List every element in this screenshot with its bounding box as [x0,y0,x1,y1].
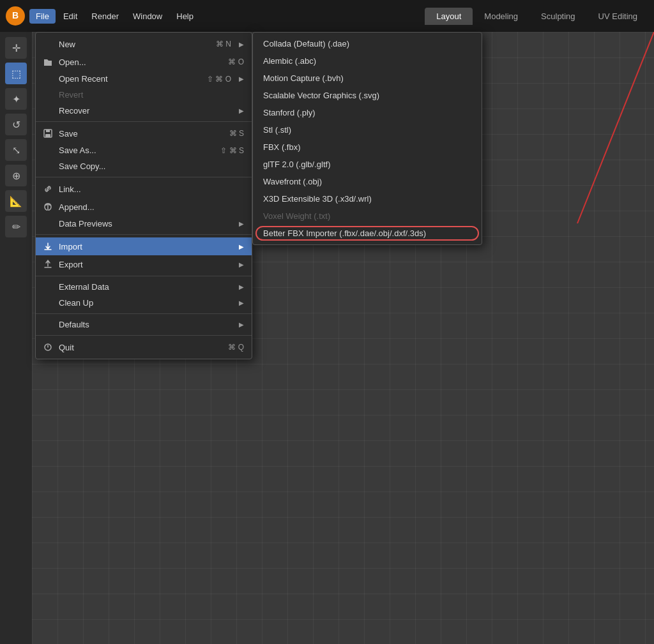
menu-item-save-as[interactable]: Save As...⇧ ⌘ S [36,142,252,158]
import-label-alembic: Alembic (.abc) [263,56,316,66]
menu-arrow-defaults: ▶ [239,321,244,328]
file-menu: New⌘ N▶Open...⌘ OOpen Recent⇧ ⌘ O▶Revert… [35,32,252,359]
tool-select[interactable]: ⬚ [5,63,27,84]
menu-shortcut-new: ⌘ N [216,40,231,49]
menu-label-data-previews: Data Previews [59,219,231,228]
import-item-voxel: Voxel Weight (.txt) [253,207,482,225]
menu-item-import[interactable]: Import▶ [36,237,252,255]
menu-label-append: Append... [59,202,244,212]
import-item-alembic[interactable]: Alembic (.abc) [253,52,482,70]
menu-item-external-data[interactable]: External Data▶ [36,279,252,295]
menu-label-new: New [59,40,211,49]
import-label-stanford: Stanford (.ply) [263,108,316,117]
tool-rotate[interactable]: ↺ [5,114,27,135]
import-label-svg: Scalable Vector Graphics (.svg) [263,91,379,100]
menu-label-external-data: External Data [59,282,231,292]
menu-arrow-data-previews: ▶ [239,220,244,227]
menu-shortcut-save: ⌘ S [229,129,244,138]
menu-separator [36,177,252,177]
import-item-stanford[interactable]: Stanford (.ply) [253,104,482,121]
tool-transform[interactable]: ⊕ [5,165,27,186]
menu-item-save-copy[interactable]: Save Copy... [36,158,252,174]
import-item-gltf[interactable]: glTF 2.0 (.glb/.gltf) [253,156,482,173]
menu-item-append[interactable]: Append... [36,198,252,216]
import-item-svg[interactable]: Scalable Vector Graphics (.svg) [253,87,482,104]
tool-move[interactable]: ✦ [5,88,27,110]
menu-item-defaults[interactable]: Defaults▶ [36,317,252,333]
tool-measure[interactable]: 📐 [5,190,27,212]
menu-file[interactable]: File [29,9,56,24]
menu-label-save: Save [59,129,224,139]
menu-icon-open [42,56,54,68]
import-item-stl[interactable]: Stl (.stl) [253,121,482,139]
import-item-better-fbx[interactable]: Better FBX Importer (.fbx/.dae/.obj/.dxf… [253,225,482,242]
left-toolbar: ✛ ⬚ ✦ ↺ ⤡ ⊕ 📐 ✏ [0,32,32,644]
menu-arrow-import: ▶ [239,243,244,250]
menu-icon-link [42,183,54,195]
tool-scale[interactable]: ⤡ [5,139,27,161]
tool-cursor[interactable]: ✛ [5,37,27,59]
menu-label-clean-up: Clean Up [59,298,231,308]
menu-label-save-as: Save As... [59,146,215,155]
import-item-motion-capture[interactable]: Motion Capture (.bvh) [253,70,482,87]
top-bar: B File Edit Render Window Help Layout Mo… [0,0,654,32]
menu-item-export[interactable]: Export▶ [36,255,252,273]
menu-arrow-clean-up: ▶ [239,299,244,306]
menu-label-open: Open... [59,57,223,67]
menu-label-open-recent: Open Recent [59,74,202,84]
menu-item-open[interactable]: Open...⌘ O [36,53,252,71]
menu-item-recover[interactable]: Recover▶ [36,103,252,119]
import-item-fbx[interactable]: FBX (.fbx) [253,139,482,156]
menu-arrow-recover: ▶ [239,107,244,114]
svg-rect-5 [45,134,50,137]
blender-logo-icon: B [5,6,26,26]
menu-item-quit[interactable]: Quit⌘ Q [36,338,252,356]
menu-shortcut-save-as: ⇧ ⌘ S [220,146,244,155]
import-item-collada[interactable]: Collada (Default) (.dae) [253,35,482,52]
menu-arrow-open-recent: ▶ [239,75,244,82]
menu-item-revert: Revert [36,87,252,103]
menu-icon-quit [42,341,54,353]
menu-label-link: Link... [59,184,244,194]
menu-item-data-previews[interactable]: Data Previews▶ [36,216,252,232]
menu-item-save[interactable]: Save⌘ S [36,124,252,142]
menu-label-defaults: Defaults [59,320,231,329]
menu-window[interactable]: Window [126,9,169,24]
menu-shortcut-open: ⌘ O [228,57,244,66]
import-item-x3d[interactable]: X3D Extensible 3D (.x3d/.wrl) [253,190,482,207]
workspace-tabs: Layout Modeling Sculpting UV Editing [425,8,649,25]
import-item-wavefront[interactable]: Wavefront (.obj) [253,173,482,190]
menu-separator [36,121,252,122]
tab-sculpting[interactable]: Sculpting [529,8,586,25]
import-label-collada: Collada (Default) (.dae) [263,39,349,49]
menu-icon-save [42,128,54,139]
menu-arrow-external-data: ▶ [239,283,244,290]
menu-separator [36,276,252,276]
tab-uv-editing[interactable]: UV Editing [587,8,649,25]
menu-label-recover: Recover [59,106,231,116]
menu-label-save-copy: Save Copy... [59,161,244,171]
import-label-wavefront: Wavefront (.obj) [263,177,322,186]
menu-arrow-export: ▶ [239,261,244,268]
tab-modeling[interactable]: Modeling [473,8,529,25]
menu-render[interactable]: Render [85,9,125,24]
tool-annotate[interactable]: ✏ [5,216,27,237]
import-label-fbx: FBX (.fbx) [263,142,301,152]
menu-shortcut-open-recent: ⇧ ⌘ O [207,75,231,84]
menu-item-open-recent[interactable]: Open Recent⇧ ⌘ O▶ [36,71,252,87]
import-label-gltf: glTF 2.0 (.glb/.gltf) [263,160,330,169]
menu-item-new[interactable]: New⌘ N▶ [36,35,252,53]
menu-bar: File Edit Render Window Help [29,9,200,24]
menu-label-revert: Revert [59,90,244,100]
import-label-voxel: Voxel Weight (.txt) [263,211,330,221]
menu-item-clean-up[interactable]: Clean Up▶ [36,295,252,311]
import-label-x3d: X3D Extensible 3D (.x3d/.wrl) [263,194,372,204]
tab-layout[interactable]: Layout [425,8,473,25]
import-label-better-fbx: Better FBX Importer (.fbx/.dae/.obj/.dxf… [263,228,426,238]
menu-edit[interactable]: Edit [57,9,84,24]
menu-icon-append [42,201,54,213]
menu-help[interactable]: Help [170,9,200,24]
menu-arrow-new: ▶ [239,41,244,48]
menu-item-link[interactable]: Link... [36,180,252,198]
menu-separator [36,335,252,336]
